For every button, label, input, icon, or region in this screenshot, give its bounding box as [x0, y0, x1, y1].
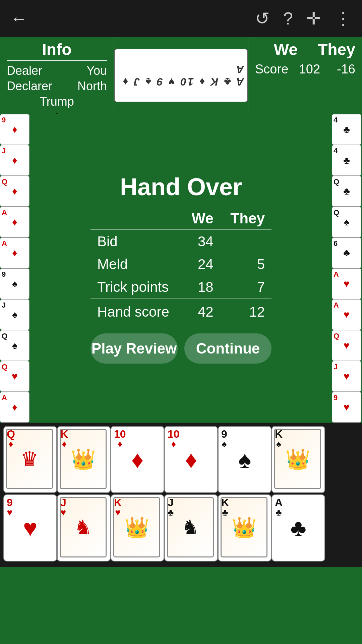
help-button[interactable]: ? [283, 8, 293, 29]
left-side-card: A ♦ [0, 392, 29, 423]
bottom-card[interactable]: 10 ♦ ♦ [164, 426, 218, 493]
row-they: 12 [220, 299, 272, 323]
row-label: Hand score [90, 299, 182, 323]
table-header-we: We [182, 207, 220, 230]
help-icon: ? [283, 8, 293, 29]
continue-button[interactable]: Continue [184, 333, 272, 364]
score-row: Score 102 -16 [255, 62, 355, 76]
bottom-row-2: 9 ♥ ♥ J ♥ ♞ K ♥ 👑 J ♣ ♞ [3, 494, 359, 561]
opponent-cards: A ♣ K ♦ 10 ♥ 9 ♠ J ♦ A [114, 49, 248, 102]
left-side-card: Q ♥ [0, 361, 29, 392]
row-we: 42 [182, 299, 220, 323]
hand-over-title: Hand Over [90, 173, 272, 201]
left-side-card: 9 ♠ [0, 268, 29, 299]
info-section: Info Dealer You Declarer North Trump ♣ [0, 37, 114, 114]
table-row: Trick points 18 7 [90, 276, 272, 299]
bottom-card[interactable]: J ♣ ♞ [164, 494, 218, 561]
bottom-card[interactable]: Q ♦ ♛ [3, 426, 57, 493]
we-header: We [274, 40, 298, 59]
buttons-row: Play Review Continue [90, 333, 272, 364]
info-title: Info [7, 40, 107, 61]
row-we: 18 [182, 276, 220, 299]
row-we: 34 [182, 230, 220, 253]
dealer-value: You [86, 64, 107, 78]
score-table: We They Bid 34 Meld 24 5Trick points 18 … [90, 207, 272, 323]
left-side-card: Q ♦ [0, 176, 29, 207]
row-label: Meld [90, 253, 182, 276]
right-side-card: Q ♥ [332, 330, 361, 361]
menu-button[interactable]: ⋮ [335, 8, 352, 29]
right-side-card: 9 ♥ [332, 392, 361, 423]
back-icon: ← [10, 8, 27, 29]
bottom-card[interactable]: K ♦ 👑 [57, 426, 111, 493]
score-label: Score [255, 62, 288, 76]
menu-icon: ⋮ [335, 8, 352, 29]
right-side-card: 6 ♣ [332, 237, 361, 268]
left-side-card: 9 ♦ [0, 114, 29, 145]
right-side-card: J ♥ [332, 361, 361, 392]
hand-over-box: Hand Over We They Bid 34 Meld 24 5Trick … [77, 163, 285, 374]
bottom-card[interactable]: K ♥ 👑 [111, 494, 164, 561]
trump-label: Trump [7, 95, 107, 109]
declarer-row: Declarer North [7, 79, 107, 93]
right-side-card: Q ♠ [332, 207, 361, 237]
score-section: We They Score 102 -16 [248, 37, 362, 114]
row-they: 7 [220, 276, 272, 299]
score-header: We They [255, 40, 355, 59]
add-icon: ✛ [306, 8, 321, 29]
row-label: Trick points [90, 276, 182, 299]
bottom-card[interactable]: 10 ♦ ♦ [111, 426, 164, 493]
undo-button[interactable]: ↺ [255, 8, 270, 29]
table-header-label [90, 207, 182, 230]
declarer-label: Declarer [7, 79, 52, 93]
they-header: They [318, 40, 355, 59]
undo-icon: ↺ [255, 8, 270, 29]
bottom-card[interactable]: K ♣ 👑 [218, 494, 272, 561]
bottom-card[interactable]: K ♠ 👑 [272, 426, 325, 493]
right-side-card: A ♥ [332, 299, 361, 330]
table-header-they: They [220, 207, 272, 230]
bottom-card[interactable]: 9 ♥ ♥ [3, 494, 57, 561]
right-side-card: 4 ♣ [332, 114, 361, 145]
right-cards: 4 ♣4 ♣Q ♣Q ♠6 ♣A ♥A ♥Q ♥J ♥9 ♥ [332, 114, 362, 423]
add-button[interactable]: ✛ [306, 8, 321, 29]
left-side-card: A ♦ [0, 207, 29, 237]
we-score: 102 [299, 62, 320, 76]
game-area: 9 ♦J ♦Q ♦A ♦A ♦9 ♠J ♠Q ♠Q ♥A ♦ Hand Over… [0, 114, 362, 423]
back-button[interactable]: ← [10, 8, 27, 29]
row-we: 24 [182, 253, 220, 276]
table-row: Hand score 42 12 [90, 299, 272, 323]
play-review-button[interactable]: Play Review [90, 333, 178, 364]
top-center-cards: A ♣ K ♦ 10 ♥ 9 ♠ J ♦ A [114, 37, 248, 114]
left-cards: 9 ♦J ♦Q ♦A ♦A ♦9 ♠J ♠Q ♠Q ♥A ♦ [0, 114, 30, 423]
row-label: Bid [90, 230, 182, 253]
score-values: 102 -16 [299, 62, 355, 76]
bottom-card[interactable]: A ♣ ♣ [272, 494, 325, 561]
declarer-value: North [77, 79, 107, 93]
they-score: -16 [337, 62, 355, 76]
row-they: 5 [220, 253, 272, 276]
dealer-label: Dealer [7, 64, 42, 78]
dealer-row: Dealer You [7, 64, 107, 78]
bottom-row-1: Q ♦ ♛ K ♦ 👑 10 ♦ ♦ 10 ♦ ♦ [3, 426, 359, 493]
table-row: Meld 24 5 [90, 253, 272, 276]
table-row: Bid 34 [90, 230, 272, 253]
bottom-card[interactable]: J ♥ ♞ [57, 494, 111, 561]
bottom-cards-area: Q ♦ ♛ K ♦ 👑 10 ♦ ♦ 10 ♦ ♦ [0, 423, 362, 567]
right-side-card: A ♥ [332, 268, 361, 299]
left-side-card: J ♦ [0, 145, 29, 176]
left-side-card: Q ♠ [0, 330, 29, 361]
info-score-bar: Info Dealer You Declarer North Trump ♣ A… [0, 37, 362, 114]
left-side-card: J ♠ [0, 299, 29, 330]
top-bar: ← ↺ ? ✛ ⋮ [0, 0, 362, 37]
right-side-card: Q ♣ [332, 176, 361, 207]
bottom-card[interactable]: 9 ♠ ♠ [218, 426, 272, 493]
right-side-card: 4 ♣ [332, 145, 361, 176]
left-side-card: A ♦ [0, 237, 29, 268]
center-popup: Hand Over We They Bid 34 Meld 24 5Trick … [30, 114, 332, 423]
row-they [220, 230, 272, 253]
